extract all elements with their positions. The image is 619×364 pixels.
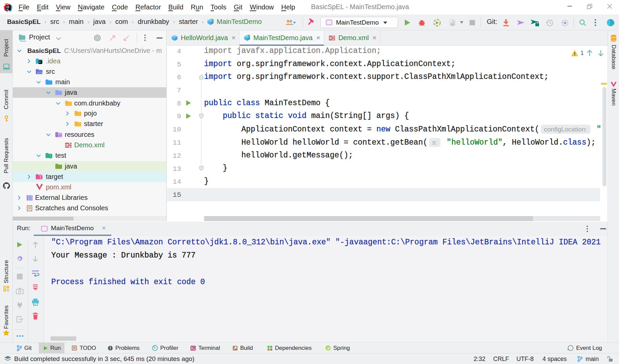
svg-text:IJ: IJ: [39, 61, 41, 63]
svg-text:</>: </>: [37, 71, 43, 74]
